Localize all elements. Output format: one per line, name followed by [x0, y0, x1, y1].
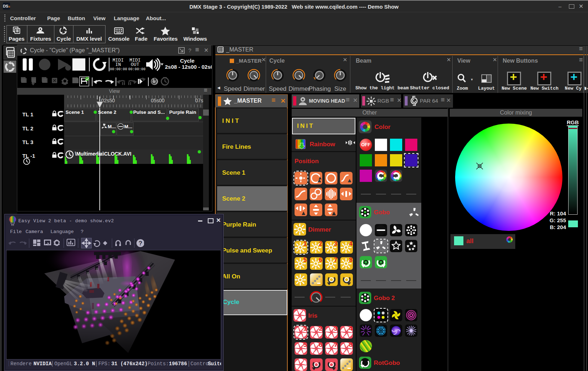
svg-text:?: ? [139, 240, 142, 247]
